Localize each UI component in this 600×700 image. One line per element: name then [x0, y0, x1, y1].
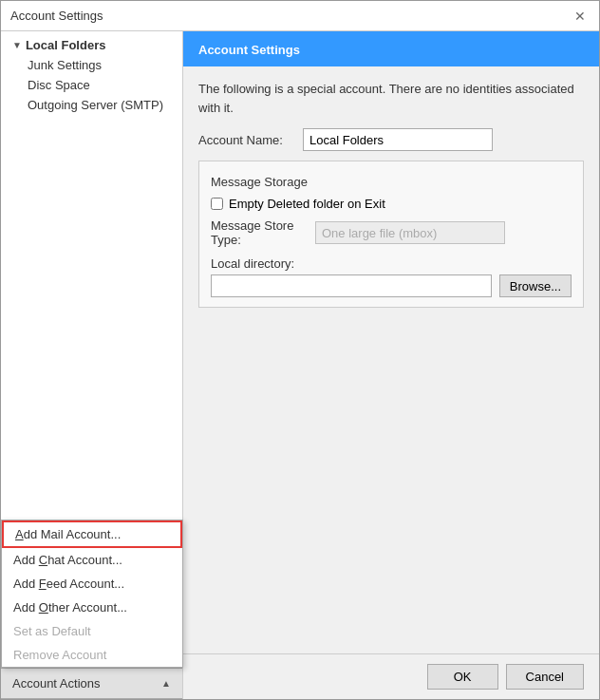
ok-button[interactable]: OK [427, 664, 498, 690]
dialog-body: ▼ Local Folders Junk Settings Disc Space… [1, 31, 599, 699]
account-actions-dropdown: Add Mail Account... Add Chat Account... … [1, 520, 183, 668]
account-actions-button[interactable]: Account Actions ▲ [1, 668, 182, 699]
dropdown-item-remove: Remove Account [2, 643, 182, 667]
dialog-footer: OK Cancel [183, 653, 599, 699]
collapse-arrow-icon: ▼ [12, 40, 22, 50]
sidebar-item-junk-settings[interactable]: Junk Settings [1, 55, 182, 75]
local-directory-input[interactable] [211, 274, 492, 297]
dialog-title: Account Settings [10, 9, 103, 23]
local-directory-section: Local directory: Browse... [211, 256, 572, 297]
message-store-type-label: Message Store Type: [211, 218, 315, 247]
account-settings-dialog: Account Settings ✕ ▼ Local Folders Junk … [0, 0, 600, 700]
close-button[interactable]: ✕ [571, 7, 590, 26]
title-bar: Account Settings ✕ [1, 1, 599, 31]
dropdown-item-add-mail[interactable]: Add Mail Account... [2, 520, 182, 548]
sidebar-item-local-folders[interactable]: ▼ Local Folders [1, 35, 182, 55]
local-directory-label: Local directory: [211, 256, 572, 271]
message-store-type-select: One large file (mbox) [315, 221, 505, 244]
description-text: The following is a special account. Ther… [198, 80, 584, 117]
dropdown-arrow-icon: ▲ [161, 678, 171, 689]
sidebar-item-disc-space[interactable]: Disc Space [1, 75, 182, 95]
cancel-button[interactable]: Cancel [506, 664, 584, 690]
sidebar-item-outgoing-server[interactable]: Outgoing Server (SMTP) [1, 95, 182, 115]
account-actions-area: Add Mail Account... Add Chat Account... … [1, 667, 182, 699]
sidebar: ▼ Local Folders Junk Settings Disc Space… [1, 31, 183, 699]
dropdown-item-set-default: Set as Default [2, 619, 182, 643]
dropdown-item-add-chat[interactable]: Add Chat Account... [2, 548, 182, 572]
empty-deleted-label: Empty Deleted folder on Exit [229, 197, 385, 211]
account-name-label: Account Name: [198, 133, 303, 147]
browse-button[interactable]: Browse... [499, 274, 572, 297]
main-content: Account Settings The following is a spec… [183, 31, 599, 699]
local-directory-row: Browse... [211, 274, 572, 297]
message-store-type-row: Message Store Type: One large file (mbox… [211, 218, 572, 247]
dropdown-item-add-feed[interactable]: Add Feed Account... [2, 572, 182, 596]
empty-deleted-checkbox[interactable] [211, 198, 223, 210]
message-storage-section: Message Storage Empty Deleted folder on … [198, 161, 584, 308]
empty-deleted-row: Empty Deleted folder on Exit [211, 197, 572, 211]
content-header: Account Settings [183, 31, 599, 66]
account-name-row: Account Name: [198, 128, 584, 151]
account-name-input[interactable] [303, 128, 493, 151]
content-body: The following is a special account. Ther… [183, 66, 599, 653]
message-storage-title: Message Storage [211, 175, 572, 189]
dropdown-item-add-other[interactable]: Add Other Account... [2, 596, 182, 619]
